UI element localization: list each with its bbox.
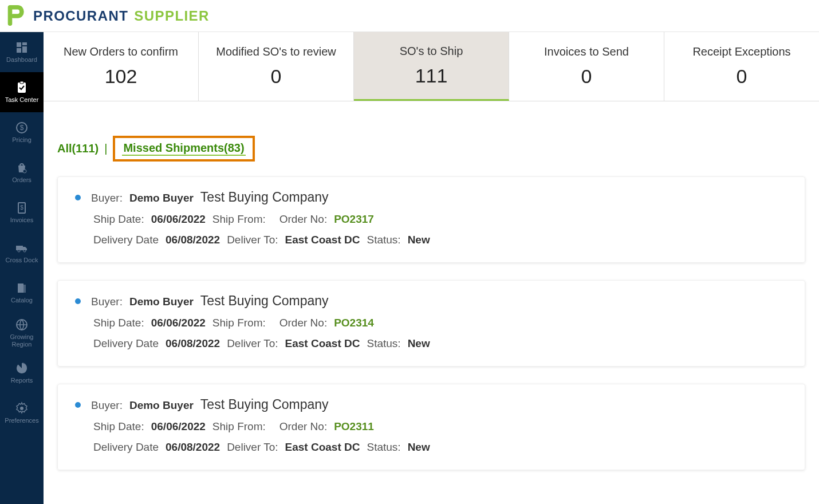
deliver-to-value: East Coast DC [285, 337, 360, 350]
buyer-label: Buyer: [91, 192, 123, 204]
stat-sos-to-ship[interactable]: SO's to Ship 111 [354, 32, 509, 101]
globe-icon [15, 318, 29, 332]
order-no-link[interactable]: PO2311 [334, 420, 374, 433]
delivery-date-label: Delivery Date [93, 441, 159, 454]
stat-title: Invoices to Send [544, 45, 629, 58]
deliver-to-label: Deliver To: [227, 337, 278, 350]
svg-text:$: $ [20, 204, 23, 211]
status-label: Status: [367, 234, 400, 246]
catalog-icon [15, 281, 29, 295]
ship-date-label: Ship Date: [93, 213, 144, 226]
invoice-icon: $ [15, 201, 29, 215]
dollar-circle-icon: $ [15, 121, 29, 135]
deliver-to-value: East Coast DC [285, 441, 360, 454]
bag-icon [15, 161, 29, 175]
pie-chart-icon [15, 361, 29, 375]
svg-rect-2 [22, 46, 27, 53]
sidebar-item-label: Pricing [12, 136, 32, 143]
status-label: Status: [367, 441, 400, 454]
order-card[interactable]: Buyer: Demo Buyer Test Buying Company Sh… [57, 384, 805, 470]
sidebar-item-orders[interactable]: Orders [0, 152, 44, 192]
stat-value: 102 [105, 65, 137, 88]
sidebar-item-growing-region[interactable]: Growing Region [0, 313, 44, 353]
svg-point-12 [18, 250, 20, 252]
stat-new-orders[interactable]: New Orders to confirm 102 [44, 32, 199, 101]
delivery-date-value: 06/08/2022 [166, 441, 220, 454]
ship-from-label: Ship From: [212, 213, 266, 226]
sidebar-item-dashboard[interactable]: Dashboard [0, 32, 44, 72]
ship-date-label: Ship Date: [93, 317, 144, 329]
status-label: Status: [367, 337, 400, 350]
highlight-annotation: Missed Shipments(83) [113, 136, 254, 162]
order-card[interactable]: Buyer: Demo Buyer Test Buying Company Sh… [57, 280, 805, 367]
svg-point-17 [20, 407, 23, 410]
status-value: New [408, 441, 430, 454]
logo-icon [5, 5, 26, 27]
stat-value: 0 [581, 65, 592, 88]
stat-invoices-to-send[interactable]: Invoices to Send 0 [509, 32, 664, 101]
dashboard-icon [15, 41, 29, 54]
sidebar-item-task-center[interactable]: Task Center [0, 72, 44, 112]
order-no-label: Order No: [279, 317, 327, 329]
ship-date-label: Ship Date: [93, 420, 144, 433]
sidebar-item-reports[interactable]: Reports [0, 353, 44, 393]
sidebar-item-label: Cross Dock [6, 257, 38, 263]
delivery-date-value: 06/08/2022 [166, 337, 220, 350]
sidebar-item-label: Preferences [5, 417, 38, 424]
stat-value: 0 [737, 65, 747, 88]
sidebar-item-label: Dashboard [6, 56, 37, 63]
ship-from-label: Ship From: [212, 317, 266, 329]
active-underline [122, 155, 245, 156]
deliver-to-label: Deliver To: [227, 234, 278, 246]
svg-rect-3 [17, 48, 21, 53]
ship-from-label: Ship From: [212, 420, 266, 433]
gear-icon [15, 401, 29, 415]
deliver-to-value: East Coast DC [285, 234, 360, 246]
filter-tab-all[interactable]: All(111) [57, 142, 99, 155]
svg-rect-0 [17, 42, 21, 47]
stat-title: SO's to Ship [400, 45, 463, 58]
sidebar-item-catalog[interactable]: Catalog [0, 273, 44, 313]
status-dot-icon [75, 402, 81, 408]
truck-icon [15, 241, 29, 255]
svg-rect-1 [22, 42, 27, 45]
sidebar-item-label: Catalog [11, 297, 33, 304]
buyer-company: Test Buying Company [200, 190, 329, 205]
sidebar-item-cross-dock[interactable]: Cross Dock [0, 233, 44, 273]
order-card[interactable]: Buyer: Demo Buyer Test Buying Company Sh… [57, 176, 805, 263]
stat-title: Receipt Exceptions [692, 45, 790, 58]
stat-row: New Orders to confirm 102 Modified SO's … [44, 32, 819, 101]
stat-value: 0 [271, 65, 282, 88]
status-value: New [408, 234, 430, 246]
delivery-date-label: Delivery Date [93, 234, 159, 246]
sidebar: Dashboard Task Center $ Pricing Orders $… [0, 32, 44, 504]
sidebar-item-invoices[interactable]: $ Invoices [0, 192, 44, 233]
order-no-link[interactable]: PO2314 [334, 317, 374, 329]
deliver-to-label: Deliver To: [227, 441, 278, 454]
sidebar-item-label: Invoices [10, 216, 33, 223]
sidebar-item-pricing[interactable]: $ Pricing [0, 112, 44, 152]
topbar: PROCURANT SUPPLIER [0, 0, 819, 32]
stat-title: Modified SO's to review [216, 45, 336, 58]
sidebar-item-preferences[interactable]: Preferences [0, 393, 44, 433]
delivery-date-label: Delivery Date [93, 337, 159, 350]
stat-receipt-exceptions[interactable]: Receipt Exceptions 0 [664, 32, 819, 101]
stat-value: 111 [415, 65, 448, 87]
sidebar-item-label: Orders [12, 176, 32, 183]
status-value: New [408, 337, 430, 350]
filter-tabs: All(111) | Missed Shipments(83) [57, 136, 805, 162]
stat-modified-sos[interactable]: Modified SO's to review 0 [199, 32, 354, 101]
clipboard-check-icon [15, 81, 29, 94]
separator: | [104, 142, 107, 155]
order-no-link[interactable]: PO2317 [334, 213, 374, 226]
brand-secondary: SUPPLIER [134, 8, 210, 24]
ship-date-value: 06/06/2022 [151, 213, 206, 226]
svg-rect-15 [23, 285, 26, 293]
ship-date-value: 06/06/2022 [151, 420, 206, 433]
filter-tab-missed-shipments[interactable]: Missed Shipments(83) [123, 141, 244, 154]
buyer-tag: Demo Buyer [129, 192, 194, 204]
order-no-label: Order No: [279, 213, 327, 226]
ship-date-value: 06/06/2022 [151, 317, 206, 329]
buyer-label: Buyer: [91, 296, 123, 308]
buyer-tag: Demo Buyer [129, 296, 194, 308]
